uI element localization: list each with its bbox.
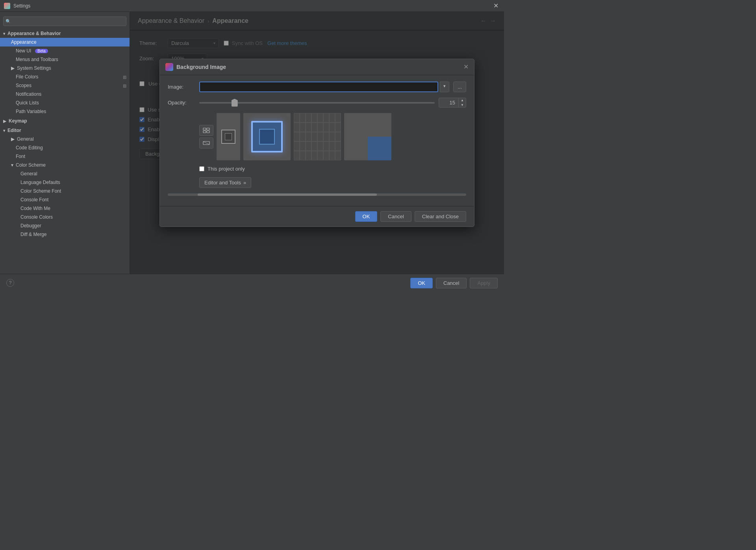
modal-footer: OK Cancel Clear and Close (160, 206, 474, 227)
search-input[interactable] (3, 17, 126, 26)
sidebar-section-appearance-behavior: ▾ Appearance & Behavior Appearance New U… (0, 29, 130, 116)
sidebar-section-keymap: ▶ Keymap (0, 117, 130, 125)
tile-cell (300, 113, 306, 123)
slider-thumb[interactable] (232, 99, 238, 107)
modal-header: Background Image ✕ (160, 59, 474, 75)
tile-cell (294, 132, 300, 141)
sidebar-item-code-with-me[interactable]: Code With Me (0, 204, 130, 213)
modal-clear-close-button[interactable]: Clear and Close (415, 211, 466, 222)
svg-rect-1 (207, 128, 209, 130)
center-square-small (221, 130, 235, 144)
sidebar-item-label: Language Defaults (20, 180, 60, 185)
sidebar-item-label: File Colors (16, 74, 38, 80)
sidebar-item-general[interactable]: ▶ General (0, 135, 130, 143)
image-dropdown-button[interactable]: ▾ (440, 82, 449, 92)
sidebar-item-label: Code With Me (20, 206, 50, 211)
tile-cell (306, 141, 311, 151)
tile-cell (317, 141, 323, 151)
expand-arrow-icon: ▾ (3, 128, 5, 133)
editor-tools-label: Editor and Tools (204, 180, 241, 186)
image-input-wrap: ▾ (199, 82, 449, 92)
centered-preview (243, 113, 291, 160)
tile-cell (317, 123, 323, 132)
sidebar-item-label: Color Scheme (16, 162, 46, 168)
sidebar-item-label: System Settings (17, 65, 51, 71)
sidebar-item-system-settings[interactable]: ▶ System Settings (0, 64, 130, 72)
opacity-increment-button[interactable]: ▲ (459, 98, 466, 103)
sidebar-item-general-cs[interactable]: General (0, 169, 130, 178)
help-button[interactable]: ? (6, 279, 14, 287)
modal-close-button[interactable]: ✕ (463, 63, 469, 71)
sidebar-item-console-colors[interactable]: Console Colors (0, 213, 130, 221)
modal-cancel-button[interactable]: Cancel (380, 211, 411, 222)
sidebar-item-appearance[interactable]: Appearance (0, 38, 130, 46)
sidebar-item-code-editing[interactable]: Code Editing (0, 143, 130, 152)
project-only-row: This project only (168, 166, 466, 172)
bottom-bar: ? OK Cancel Apply (0, 274, 504, 292)
expand-arrow-icon: ▶ (3, 119, 6, 123)
align-stretch-button[interactable] (199, 138, 213, 149)
sidebar-item-quick-lists[interactable]: Quick Lists (0, 98, 130, 107)
sidebar-item-menus-toolbars[interactable]: Menus and Toolbars (0, 55, 130, 64)
tile-cell (300, 151, 306, 160)
opacity-slider-wrap (199, 102, 435, 104)
sidebar-item-debugger[interactable]: Debugger (0, 221, 130, 230)
opacity-slider[interactable] (199, 102, 435, 104)
tile-cell (294, 123, 300, 132)
sidebar-item-color-scheme-font[interactable]: Color Scheme Font (0, 187, 130, 195)
project-only-checkbox[interactable] (199, 166, 204, 171)
sidebar-item-label: Color Scheme Font (20, 188, 61, 194)
image-field-row: Image: ▾ ... (168, 82, 466, 92)
svg-rect-2 (203, 131, 206, 133)
tile-cell (300, 132, 306, 141)
tile-cell (323, 132, 329, 141)
sidebar-item-language-defaults[interactable]: Language Defaults (0, 178, 130, 187)
sidebar-item-label: New UI (16, 48, 31, 54)
sidebar-item-console-font[interactable]: Console Font (0, 195, 130, 204)
sidebar-section-header-appearance-behavior[interactable]: ▾ Appearance & Behavior (0, 29, 130, 38)
sidebar-item-font[interactable]: Font (0, 152, 130, 161)
sidebar-item-scopes[interactable]: Scopes ▥ (0, 81, 130, 90)
image-input[interactable] (199, 82, 438, 92)
sidebar-item-label: Console Colors (20, 214, 53, 220)
sidebar-item-label: Console Font (20, 197, 48, 203)
svg-rect-0 (203, 128, 206, 130)
align-tile-button[interactable] (199, 125, 213, 136)
tile-cell (335, 141, 341, 151)
sidebar-item-diff-merge[interactable]: Diff & Merge (0, 230, 130, 239)
align-buttons (199, 125, 213, 149)
ok-button[interactable]: OK (410, 278, 433, 288)
close-button[interactable]: ✕ (492, 3, 500, 9)
tile-cell (323, 123, 329, 132)
tile-grid-preview (294, 113, 341, 160)
tile-cell (329, 113, 335, 123)
modal-app-icon (165, 63, 173, 71)
tile-cell (335, 113, 341, 123)
sidebar-item-file-colors[interactable]: File Colors ▥ (0, 72, 130, 81)
sidebar-item-label: Quick Lists (16, 100, 39, 106)
svg-rect-3 (207, 131, 209, 133)
sidebar-item-new-ui[interactable]: New UI Beta (0, 46, 130, 55)
search-box[interactable]: 🔍 (3, 17, 126, 26)
sidebar-section-header-editor[interactable]: ▾ Editor (0, 126, 130, 135)
sidebar-item-label: General (20, 171, 37, 177)
image-label: Image: (168, 84, 195, 90)
editor-tools-button[interactable]: Editor and Tools » (199, 177, 251, 188)
tile-cell (317, 132, 323, 141)
browse-button[interactable]: ... (453, 82, 466, 92)
apply-button[interactable]: Apply (470, 278, 498, 288)
sidebar-item-color-scheme[interactable]: ▾ Color Scheme (0, 161, 130, 169)
sidebar-section-header-keymap[interactable]: ▶ Keymap (0, 117, 130, 125)
sidebar-item-notifications[interactable]: Notifications (0, 90, 130, 98)
file-icon: ▥ (123, 75, 126, 79)
sidebar: 🔍 ▾ Appearance & Behavior Appearance New… (0, 12, 130, 274)
tile-cell (300, 141, 306, 151)
cancel-button[interactable]: Cancel (436, 278, 467, 288)
opacity-decrement-button[interactable]: ▼ (459, 103, 466, 108)
content-area: Appearance & Behavior › Appearance ← → T… (130, 12, 504, 274)
sidebar-item-path-variables[interactable]: Path Variables (0, 107, 130, 116)
search-icon: 🔍 (6, 19, 11, 24)
file-icon: ▥ (123, 84, 126, 88)
modal-ok-button[interactable]: OK (355, 211, 378, 222)
corner-preview (344, 113, 391, 160)
